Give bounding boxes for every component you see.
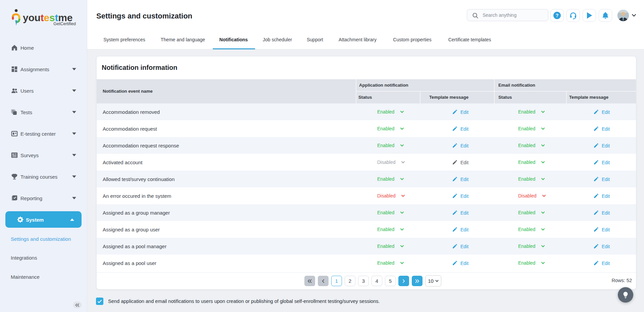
svg-text:?: ?	[556, 13, 559, 18]
